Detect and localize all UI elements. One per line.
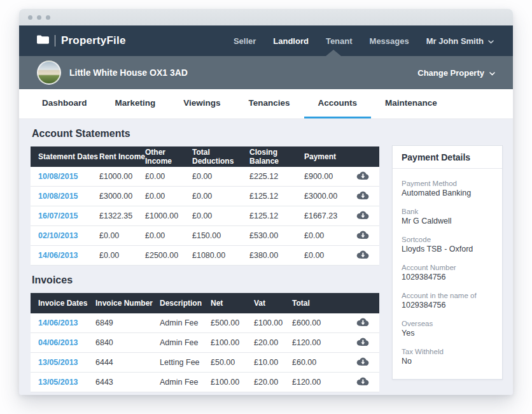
payment-detail-field: Account Number 1029384756 xyxy=(402,263,493,283)
change-property-button[interactable]: Change Property xyxy=(417,68,495,78)
statement-row: 14/06/2013 £0.00 £2500.00 £1080.00 £380.… xyxy=(31,246,379,266)
payment-details-title: Payment Details xyxy=(393,146,502,169)
tab-maintenance[interactable]: Maintenance xyxy=(371,89,451,118)
download-button[interactable] xyxy=(356,357,369,368)
vat-cell: £10.00 xyxy=(254,358,292,367)
payment-detail-field: Account in the name of 1029384756 xyxy=(402,291,493,311)
column-header: Vat xyxy=(254,299,292,308)
download-button[interactable] xyxy=(356,171,369,182)
property-avatar xyxy=(37,61,61,85)
payment-cell: £3000.00 xyxy=(304,192,344,201)
rent-income-cell: £1000.00 xyxy=(99,172,145,181)
payment-details-body: Payment Method Automated Banking Bank Mr… xyxy=(393,169,502,379)
user-name: Mr John Smith xyxy=(426,36,484,46)
tab-accounts[interactable]: Accounts xyxy=(304,89,372,118)
invoice-number-cell: 6840 xyxy=(95,338,160,347)
field-value: 1029384756 xyxy=(402,272,493,283)
invoice-row: 13/05/2013 6443 Admin Fee £100.00 £20.00… xyxy=(31,373,379,392)
payment-cell: £1667.23 xyxy=(304,211,344,220)
folder-icon xyxy=(37,35,49,46)
invoice-date-link[interactable]: 13/05/2013 xyxy=(38,358,78,367)
invoice-row: 14/06/2013 6849 Admin Fee £500.00 £100.0… xyxy=(31,313,379,333)
nav-item-seller[interactable]: Seller xyxy=(234,36,256,46)
other-income-cell: £1000.00 xyxy=(145,211,192,220)
statements-table: Statement Dates Rent Income Other Income… xyxy=(31,146,379,266)
field-label: Account Number xyxy=(402,263,493,272)
nav-item-messages[interactable]: Messages xyxy=(370,36,409,46)
description-cell: Admin Fee xyxy=(160,378,211,387)
field-value: 1029384756 xyxy=(402,300,493,311)
download-button[interactable] xyxy=(356,210,369,222)
statement-date-link[interactable]: 14/06/2013 xyxy=(38,251,78,260)
column-header: Description xyxy=(160,299,211,308)
content-area: Account Statements Statement Dates Rent … xyxy=(19,119,513,395)
chevron-down-icon xyxy=(488,36,494,46)
statements-table-header: Statement Dates Rent Income Other Income… xyxy=(31,146,379,167)
closing-balance-cell: £380.00 xyxy=(249,251,304,260)
payment-detail-field: Sortcode Lloyds TSB - Oxford xyxy=(402,235,493,255)
vat-cell: £20.00 xyxy=(254,378,292,387)
invoice-date-link[interactable]: 04/06/2013 xyxy=(38,338,78,347)
description-cell: Admin Fee xyxy=(160,338,211,347)
field-label: Account in the name of xyxy=(402,291,493,300)
window-control-dot xyxy=(46,15,50,20)
logo-divider xyxy=(55,35,55,46)
invoice-date-link[interactable]: 13/05/2013 xyxy=(38,378,78,387)
other-income-cell: £2500.00 xyxy=(145,251,192,260)
main-column: Account Statements Statement Dates Rent … xyxy=(31,119,379,392)
payment-detail-field: Tax Withheld No xyxy=(402,347,493,367)
brand-name: PropertyFile xyxy=(61,34,126,47)
field-label: Payment Method xyxy=(402,179,493,188)
statements-heading: Account Statements xyxy=(32,128,379,139)
download-button[interactable] xyxy=(356,337,369,348)
column-header: Invoice Number xyxy=(95,299,160,308)
change-property-label: Change Property xyxy=(417,68,484,78)
download-button[interactable] xyxy=(356,190,369,202)
cloud-download-icon xyxy=(356,250,369,261)
property-bar: Little White House OX1 3AD Change Proper… xyxy=(19,56,513,89)
section-tabs: Dashboard Marketing Viewings Tenancies A… xyxy=(19,89,513,119)
statement-date-link[interactable]: 10/08/2015 xyxy=(38,192,78,201)
browser-chrome xyxy=(19,9,513,25)
other-income-cell: £0.00 xyxy=(145,192,192,201)
nav-item-landlord[interactable]: Landlord xyxy=(273,36,309,46)
download-button[interactable] xyxy=(356,317,369,329)
statement-date-link[interactable]: 02/10/2013 xyxy=(38,231,78,240)
statement-row: 10/08/2015 £1000.00 £0.00 £0.00 £225.12 … xyxy=(31,167,379,187)
cloud-download-icon xyxy=(356,376,369,388)
payment-detail-field: Overseas Yes xyxy=(402,319,493,339)
nav-item-tenant[interactable]: Tenant xyxy=(326,36,353,46)
total-deductions-cell: £150.00 xyxy=(192,231,249,240)
statement-date-link[interactable]: 16/07/2015 xyxy=(38,211,78,220)
closing-balance-cell: £530.00 xyxy=(249,231,304,240)
statement-date-link[interactable]: 10/08/2015 xyxy=(38,172,78,181)
total-deductions-cell: £0.00 xyxy=(192,211,249,220)
tab-tenancies[interactable]: Tenancies xyxy=(235,89,304,118)
rent-income-cell: £0.00 xyxy=(99,251,145,260)
payment-detail-field: Bank Mr G Caldwell xyxy=(402,207,493,227)
rent-income-cell: £3000.00 xyxy=(99,192,145,201)
column-header: Total xyxy=(292,299,333,308)
cloud-download-icon xyxy=(356,357,369,368)
brand-logo: PropertyFile xyxy=(37,34,126,47)
column-header: Invoice Dates xyxy=(38,299,95,308)
statement-row: 02/10/2013 £0.00 £0.00 £150.00 £530.00 £… xyxy=(31,226,379,246)
other-income-cell: £0.00 xyxy=(145,172,192,181)
active-nav-pointer xyxy=(326,50,341,56)
tab-viewings[interactable]: Viewings xyxy=(169,89,234,118)
nav-menu: Seller Landlord Tenant Messages Mr John … xyxy=(234,36,494,46)
total-deductions-cell: £0.00 xyxy=(192,172,249,181)
page: PropertyFile Seller Landlord Tenant Mess… xyxy=(0,0,532,414)
chevron-down-icon xyxy=(489,68,495,78)
download-button[interactable] xyxy=(356,250,369,261)
tab-dashboard[interactable]: Dashboard xyxy=(28,89,101,118)
net-cell: £50.00 xyxy=(211,358,254,367)
download-button[interactable] xyxy=(356,376,369,388)
field-label: Bank xyxy=(402,207,493,216)
download-button[interactable] xyxy=(356,230,369,241)
vat-cell: £20.00 xyxy=(254,338,292,347)
net-cell: £100.00 xyxy=(211,378,254,387)
tab-marketing[interactable]: Marketing xyxy=(101,89,170,118)
user-menu[interactable]: Mr John Smith xyxy=(426,36,494,46)
invoice-date-link[interactable]: 14/06/2013 xyxy=(38,318,78,327)
